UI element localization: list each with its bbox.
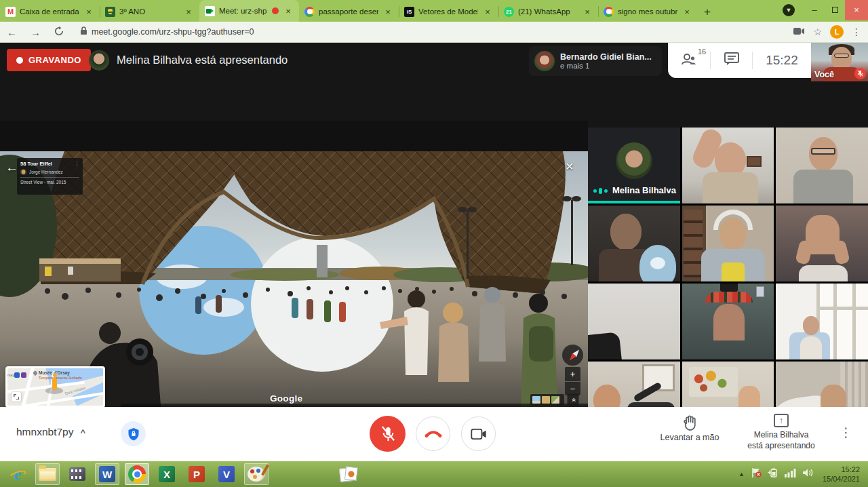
presenting-status-button[interactable]: ↑ Melina Bilhalva está apresentando xyxy=(739,414,823,451)
lock-icon[interactable] xyxy=(80,26,87,38)
media-player-icon[interactable] xyxy=(65,463,90,485)
internet-explorer-icon[interactable]: e xyxy=(5,463,30,485)
browser-menu-icon[interactable]: ⋮ xyxy=(852,26,861,37)
thumbnail[interactable] xyxy=(551,396,559,404)
thumbnail[interactable] xyxy=(542,396,550,404)
participant-tile[interactable] xyxy=(588,206,680,281)
tray-date: 15/04/2021 xyxy=(823,474,860,484)
profile-avatar[interactable]: L xyxy=(830,25,844,39)
restore-button[interactable] xyxy=(825,0,845,20)
host-controls-button[interactable] xyxy=(121,421,146,446)
pegman-icon[interactable] xyxy=(52,378,57,390)
tab-search-icon[interactable]: ▼ xyxy=(783,4,795,16)
presentation-stage: ← × 58 Tour Eiffel ⋮ Jorge Hernandez Str… xyxy=(0,121,588,450)
volume-icon[interactable] xyxy=(802,468,814,480)
close-tab-icon[interactable]: × xyxy=(83,7,94,17)
participant-tile[interactable] xyxy=(776,284,868,359)
close-tab-icon[interactable]: × xyxy=(682,7,692,17)
visio-icon[interactable]: V xyxy=(214,463,239,485)
card-menu-icon[interactable]: ⋮ xyxy=(75,161,79,166)
paint-icon[interactable] xyxy=(244,463,269,485)
tab-title: Meet: urz-shp xyxy=(219,7,268,15)
tab-meet-active[interactable]: Meet: urz-shp × xyxy=(199,0,299,22)
file-explorer-icon[interactable] xyxy=(35,463,60,485)
tab-whatsapp[interactable]: (21) WhatsApp × xyxy=(498,1,598,22)
tab-classroom[interactable]: 3º ANO × xyxy=(100,1,199,22)
word-icon[interactable]: W xyxy=(95,463,119,485)
google-icon xyxy=(304,7,315,17)
restore-icon xyxy=(832,7,838,13)
collapse-thumbnails-icon[interactable]: « xyxy=(568,394,579,406)
participant-tile[interactable] xyxy=(682,284,774,359)
camera-toggle-button[interactable] xyxy=(461,416,496,451)
participant-tile[interactable] xyxy=(776,206,868,281)
participant-tile-melina[interactable]: Melina Bilhalva xyxy=(588,128,680,203)
mic-toggle-button-muted[interactable] xyxy=(370,416,406,452)
tab-istock[interactable]: Vetores de Model × xyxy=(399,1,498,22)
reload-icon[interactable] xyxy=(47,26,71,38)
forward-icon[interactable]: → xyxy=(24,26,47,38)
close-tab-icon[interactable]: × xyxy=(183,7,194,17)
meeting-code[interactable]: hmnxnbt7py ^ xyxy=(16,426,85,438)
close-tab-icon[interactable]: × xyxy=(382,7,393,17)
expand-map-icon[interactable] xyxy=(12,392,21,402)
close-tab-icon[interactable]: × xyxy=(482,7,493,17)
tab-google-search-1[interactable]: passaporte desen × xyxy=(299,1,399,22)
participants-list-button[interactable]: 16 xyxy=(681,52,697,69)
show-hidden-icons[interactable]: ▲ xyxy=(738,471,745,478)
action-center-flag-icon[interactable] xyxy=(751,467,762,481)
participants-pill[interactable]: Bernardo Gidiel Bian... e mais 1 xyxy=(529,46,662,76)
power-battery-icon[interactable] xyxy=(768,468,778,480)
participant-tile[interactable] xyxy=(776,128,868,203)
presenting-label: está apresentando xyxy=(739,440,823,451)
more-options-icon[interactable]: ⋮ xyxy=(840,425,852,440)
participant-tile[interactable] xyxy=(682,206,774,281)
mini-map[interactable]: rsay Musée d'Orsay Temporariamente fecha… xyxy=(5,366,105,408)
close-presentation-icon[interactable]: × xyxy=(566,159,574,174)
speaking-indicator-icon xyxy=(593,188,608,194)
clock-date[interactable]: 15:22 15/04/2021 xyxy=(823,465,860,484)
tab-google-search-2[interactable]: signo mes outubr × xyxy=(598,1,698,22)
self-view-label: Você xyxy=(814,70,834,79)
camera-usage-icon[interactable] xyxy=(793,26,805,38)
recording-label: GRAVANDO xyxy=(28,55,81,65)
participant-avatar xyxy=(616,142,652,179)
map-pin-icon xyxy=(33,370,38,376)
tab-gmail[interactable]: Caixa de entrada ( × xyxy=(0,1,100,22)
photo-viewer-icon[interactable] xyxy=(336,463,361,485)
raise-hand-label: Levantar a mão xyxy=(660,433,719,442)
raise-hand-button[interactable]: Levantar a mão xyxy=(652,415,727,442)
participant-tile[interactable] xyxy=(682,128,774,203)
chevron-up-icon: ^ xyxy=(80,427,85,437)
bookmark-star-icon[interactable]: ☆ xyxy=(813,26,822,37)
minimize-button[interactable]: – xyxy=(804,0,825,20)
new-tab-button[interactable]: + xyxy=(698,3,717,22)
chat-button[interactable] xyxy=(724,52,739,69)
compass-control[interactable] xyxy=(562,345,583,366)
thumbnail[interactable] xyxy=(532,396,540,404)
powerpoint-icon[interactable]: P xyxy=(184,463,209,485)
tab-recording-indicator xyxy=(272,7,279,14)
close-tab-icon[interactable]: × xyxy=(582,7,593,17)
network-signal-icon[interactable] xyxy=(785,468,796,480)
presenting-banner: Melina Bilhalva está apresentando xyxy=(117,54,288,66)
back-icon[interactable]: ← xyxy=(0,26,24,38)
address-bar[interactable]: meet.google.com/urz-shpu-tgg?authuser=0 xyxy=(92,27,793,37)
meeting-code-text: hmnxnbt7py xyxy=(16,426,73,438)
close-window-button[interactable]: × xyxy=(845,0,868,20)
meet-main-area: GRAVANDO Melina Bilhalva está apresentan… xyxy=(0,43,868,407)
zoom-in-button[interactable]: + xyxy=(565,367,580,382)
istock-icon xyxy=(404,7,414,17)
hand-icon xyxy=(652,415,727,433)
close-tab-icon[interactable]: × xyxy=(283,6,294,16)
imagery-thumbnails[interactable] xyxy=(530,394,564,406)
photo-author[interactable]: Jorge Hernandez xyxy=(29,170,63,174)
chrome-icon[interactable] xyxy=(125,463,149,485)
google-watermark: Google xyxy=(270,393,302,404)
leave-call-button[interactable] xyxy=(416,416,450,451)
participant-tile[interactable] xyxy=(588,284,680,359)
tab-title: (21) WhatsApp xyxy=(518,7,578,16)
excel-icon[interactable]: X xyxy=(155,463,179,485)
self-view-tile[interactable]: Você xyxy=(811,43,868,81)
tab-title: Caixa de entrada ( xyxy=(20,7,79,16)
